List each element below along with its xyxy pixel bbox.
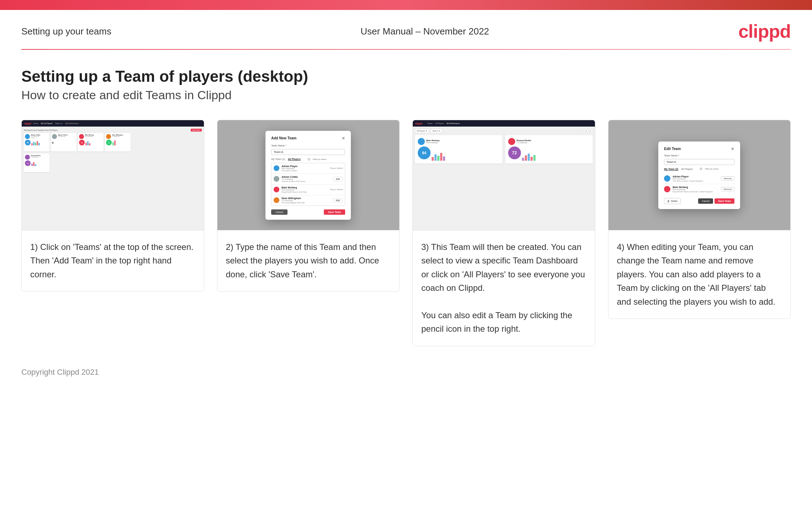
modal-add-tab-allplayers[interactable]: All Players: [288, 158, 301, 161]
footer: Copyright Clippd 2021: [0, 361, 812, 384]
modal-add-save-button[interactable]: Save Team: [324, 209, 345, 215]
card-4-text: 4) When editing your Team, you can chang…: [608, 230, 791, 319]
modal-add-cancel-button[interactable]: Cancel: [271, 209, 288, 215]
card-3: clippd Teams All Players My Performance …: [412, 120, 595, 346]
modal-edit-close-icon[interactable]: ✕: [731, 146, 734, 151]
card-2-screenshot: Add New Team ✕ Team Name * My Team (2) A…: [217, 120, 400, 230]
modal-add-team-name-input[interactable]: [271, 149, 345, 155]
header-left-text: Setting up your teams: [21, 26, 111, 37]
page-subtitle: How to create and edit Teams in Clippd: [21, 88, 791, 102]
modal-edit-tab-myteam[interactable]: My Team (2): [664, 168, 678, 171]
card-2: Add New Team ✕ Team Name * My Team (2) A…: [217, 120, 400, 292]
modal-edit-team-name-input[interactable]: [664, 159, 734, 165]
player-1-status: Player Added: [330, 167, 343, 169]
modal-add-title: Add New Team: [271, 136, 296, 140]
card-1: clippd Home My Full Squad Teams ▼ My Per…: [21, 120, 204, 292]
modal-edit-cancel-button[interactable]: Cancel: [698, 198, 713, 204]
page-title: Setting up a Team of players (desktop): [21, 68, 791, 85]
modal-edit-tab-allplayers[interactable]: All Players: [681, 168, 693, 171]
card-1-text: 1) Click on 'Teams' at the top of the sc…: [22, 230, 204, 291]
modal-edit-filter-checkbox[interactable]: [700, 168, 702, 170]
card-3-screenshot: clippd Teams All Players My Performance …: [413, 120, 595, 230]
top-bar: [0, 0, 812, 10]
header: Setting up your teams User Manual – Nove…: [0, 10, 812, 49]
player-1-remove-button[interactable]: Remove: [721, 176, 734, 181]
card-2-text: 2) Type the name of this Team and then s…: [217, 230, 400, 291]
modal-add-tab-myteam[interactable]: My Team (2): [271, 158, 285, 160]
modal-edit-delete-button[interactable]: 🗑 Delete: [664, 198, 681, 204]
player-2-remove-button[interactable]: Remove: [721, 187, 734, 191]
player-2-add-button[interactable]: Add: [333, 177, 343, 181]
card-1-screenshot: clippd Home My Full Squad Teams ▼ My Per…: [22, 120, 204, 230]
main-content: Setting up a Team of players (desktop) H…: [0, 50, 812, 361]
card-3-text: 3) This Team will then be created. You c…: [413, 230, 595, 346]
trash-icon: 🗑: [667, 200, 670, 202]
card-4: Edit Team ✕ Team Name * My Team (2) All …: [608, 120, 791, 319]
modal-edit-title: Edit Team: [664, 147, 681, 151]
header-center-text: User Manual – November 2022: [360, 26, 489, 37]
cards-row: clippd Home My Full Squad Teams ▼ My Per…: [21, 120, 791, 346]
modal-add-close-icon[interactable]: ✕: [342, 136, 345, 141]
copyright-text: Copyright Clippd 2021: [21, 368, 99, 377]
player-3-status: Player Added: [330, 188, 343, 191]
modal-add-filter-checkbox[interactable]: [308, 158, 310, 160]
clippd-logo: clippd: [738, 21, 791, 42]
modal-edit-save-button[interactable]: Save Team: [715, 198, 734, 204]
player-4-add-button[interactable]: Add: [333, 198, 343, 203]
card-4-screenshot: Edit Team ✕ Team Name * My Team (2) All …: [608, 120, 791, 230]
